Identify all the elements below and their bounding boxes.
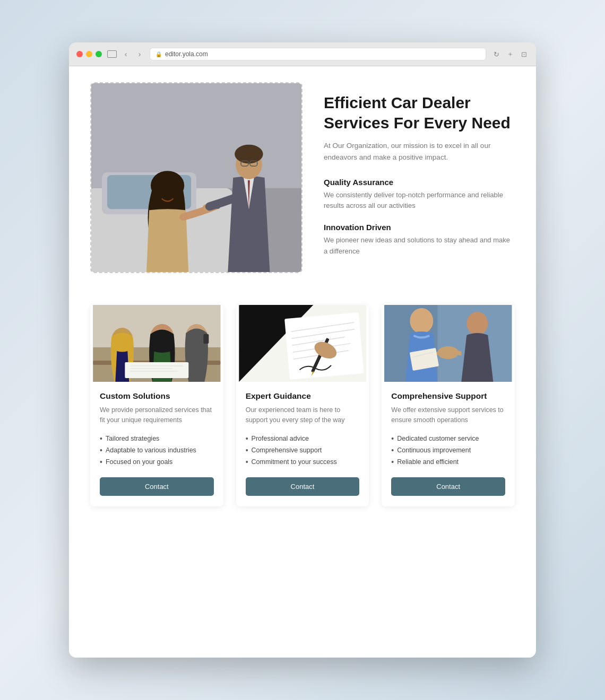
list-item: Reliable and efficient <box>391 456 505 468</box>
minimize-button[interactable] <box>86 51 92 57</box>
browser-content: Efficient Car Dealer Services For Every … <box>69 66 536 658</box>
card-3-body: Comprehensive Support We offer extensive… <box>382 382 515 506</box>
card-2-body: Expert Guidance Our experienced team is … <box>236 382 369 506</box>
hero-text: Efficient Car Dealer Services For Every … <box>324 82 515 268</box>
card-1-list: Tailored strategies Adaptable to various… <box>100 433 214 468</box>
hero-section: Efficient Car Dealer Services For Every … <box>90 82 515 273</box>
lock-icon: 🔒 <box>155 51 162 57</box>
list-item: Dedicated customer service <box>391 433 505 444</box>
card-1-title: Custom Solutions <box>100 391 214 401</box>
feature-desc-2: We pioneer new ideas and solutions to st… <box>324 235 515 256</box>
card-2-list: Professional advice Comprehensive suppor… <box>246 433 360 468</box>
list-item: Adaptable to various industries <box>100 444 214 456</box>
card-3-contact-button[interactable]: Contact <box>391 477 505 496</box>
card-1-body: Custom Solutions We provide personalized… <box>90 382 223 506</box>
list-item: Tailored strategies <box>100 433 214 444</box>
card-2-contact-button[interactable]: Contact <box>246 477 360 496</box>
browser-chrome: ‹ › 🔒 editor.yola.com ↻ ＋ ⊡ <box>69 42 536 66</box>
feature-block-1: Quality Assurance We consistently delive… <box>324 178 515 211</box>
list-item: Professional advice <box>246 433 360 444</box>
tab-icon <box>107 50 117 58</box>
browser-window: ‹ › 🔒 editor.yola.com ↻ ＋ ⊡ <box>69 42 536 658</box>
feature-title-2: Innovation Driven <box>324 223 515 232</box>
feature-desc-1: We consistently deliver top-notch perfor… <box>324 190 515 211</box>
hero-image-container <box>90 82 302 273</box>
card-2-desc: Our experienced team is here to support … <box>246 405 360 425</box>
share-button[interactable]: ↻ <box>491 49 501 59</box>
back-button[interactable]: ‹ <box>121 49 131 59</box>
browser-controls: ‹ › <box>107 49 144 59</box>
card-2: Expert Guidance Our experienced team is … <box>236 305 369 506</box>
browser-actions: ↻ ＋ ⊡ <box>491 49 529 59</box>
svg-rect-22 <box>125 362 188 378</box>
card-3-list: Dedicated customer service Continuous im… <box>391 433 505 468</box>
feature-block-2: Innovation Driven We pioneer new ideas a… <box>324 223 515 256</box>
list-item: Continuous improvement <box>391 444 505 456</box>
card-image-1 <box>90 305 223 382</box>
svg-point-10 <box>235 145 263 164</box>
card-3: Comprehensive Support We offer extensive… <box>382 305 515 506</box>
list-item: Commitment to your success <box>246 456 360 468</box>
feature-title-1: Quality Assurance <box>324 178 515 187</box>
svg-point-41 <box>467 312 488 335</box>
svg-point-42 <box>438 346 459 359</box>
card-image-2 <box>236 305 369 382</box>
traffic-lights <box>76 51 102 57</box>
forward-button[interactable]: › <box>135 49 144 59</box>
more-button[interactable]: ⊡ <box>519 49 529 59</box>
list-item: Comprehensive support <box>246 444 360 456</box>
card-3-title: Comprehensive Support <box>391 391 505 401</box>
card-2-title: Expert Guidance <box>246 391 360 401</box>
address-bar[interactable]: 🔒 editor.yola.com <box>150 48 486 60</box>
card-1-desc: We provide personalized services that fi… <box>100 405 214 425</box>
hero-subtitle: At Our Organization, our mission is to e… <box>324 140 515 163</box>
svg-rect-21 <box>203 334 209 344</box>
svg-point-40 <box>410 308 434 334</box>
url-text: editor.yola.com <box>165 50 208 58</box>
hero-image <box>91 83 301 272</box>
card-1-contact-button[interactable]: Contact <box>100 477 214 496</box>
card-image-3 <box>382 305 515 382</box>
hero-title: Efficient Car Dealer Services For Every … <box>324 93 515 133</box>
maximize-button[interactable] <box>96 51 102 57</box>
cards-section: Custom Solutions We provide personalized… <box>90 305 515 506</box>
card-1: Custom Solutions We provide personalized… <box>90 305 223 506</box>
list-item: Focused on your goals <box>100 456 214 468</box>
add-tab-button[interactable]: ＋ <box>505 49 515 59</box>
card-3-desc: We offer extensive support services to e… <box>391 405 505 425</box>
close-button[interactable] <box>76 51 83 57</box>
